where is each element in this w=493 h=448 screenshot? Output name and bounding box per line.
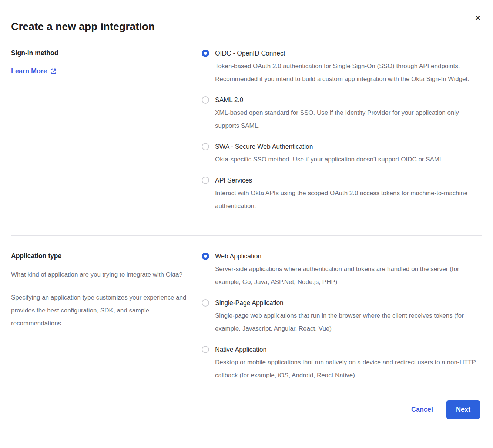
radio-option-label: Native Application — [215, 345, 480, 354]
learn-more-link[interactable]: Learn More — [11, 67, 57, 75]
cancel-button[interactable]: Cancel — [411, 406, 433, 414]
radio-option-label: SWA - Secure Web Authentication — [215, 142, 445, 151]
signin-method-option-oidc-openid-connect[interactable]: OIDC - OpenID Connect Token-based OAuth … — [202, 49, 480, 86]
learn-more-label: Learn More — [11, 67, 47, 75]
signin-method-option-api-services[interactable]: API Services Interact with Okta APIs usi… — [202, 176, 480, 213]
radio-button-icon[interactable] — [202, 253, 209, 260]
signin-method-left-column: Sign-in method Learn More — [11, 49, 191, 75]
close-icon[interactable]: × — [475, 13, 480, 22]
radio-option-label: Web Application — [215, 252, 480, 261]
application-type-options: Web Application Server-side applications… — [202, 252, 480, 382]
next-button[interactable]: Next — [446, 400, 480, 419]
section-divider — [11, 235, 482, 236]
radio-option-description: Interact with Okta APIs using the scoped… — [215, 187, 480, 213]
external-link-icon — [50, 68, 57, 74]
signin-method-section: Sign-in method Learn More OIDC - OpenID … — [11, 49, 482, 213]
page-title: Create a new app integration — [11, 0, 482, 33]
application-type-option-single-page-application[interactable]: Single-Page Application Single-page web … — [202, 298, 480, 335]
radio-option-description: Okta-specific SSO method. Use if your ap… — [215, 153, 445, 166]
radio-button-icon[interactable] — [202, 346, 209, 353]
radio-button-icon[interactable] — [202, 143, 209, 150]
application-type-option-web-application[interactable]: Web Application Server-side applications… — [202, 252, 480, 288]
application-type-left-column: Application type What kind of applicatio… — [11, 252, 191, 330]
application-type-label: Application type — [11, 252, 191, 260]
dialog-footer: Cancel Next — [11, 400, 482, 419]
radio-button-icon[interactable] — [202, 299, 209, 307]
radio-option-description: Server-side applications where authentic… — [215, 263, 480, 288]
application-type-helper-2: Specifying an application type customize… — [11, 291, 191, 330]
radio-option-description: Desktop or mobile applications that run … — [215, 356, 480, 382]
radio-option-label: OIDC - OpenID Connect — [215, 49, 480, 58]
radio-button-icon[interactable] — [202, 50, 209, 57]
signin-method-option-swa-secure-web-authentication[interactable]: SWA - Secure Web Authentication Okta-spe… — [202, 142, 480, 166]
signin-method-options: OIDC - OpenID Connect Token-based OAuth … — [202, 49, 480, 213]
create-app-integration-dialog: × Create a new app integration Sign-in m… — [0, 0, 493, 448]
radio-option-description: Token-based OAuth 2.0 authentication for… — [215, 60, 480, 86]
radio-option-description: Single-page web applications that run in… — [215, 309, 480, 335]
radio-option-label: Single-Page Application — [215, 298, 480, 307]
radio-option-description: XML-based open standard for SSO. Use if … — [215, 106, 480, 132]
application-type-option-native-application[interactable]: Native Application Desktop or mobile app… — [202, 345, 480, 382]
signin-method-option-saml-2-0[interactable]: SAML 2.0 XML-based open standard for SSO… — [202, 96, 480, 132]
radio-option-label: API Services — [215, 176, 480, 185]
radio-button-icon[interactable] — [202, 96, 209, 104]
application-type-section: Application type What kind of applicatio… — [11, 252, 482, 382]
radio-button-icon[interactable] — [202, 177, 209, 184]
radio-option-label: SAML 2.0 — [215, 96, 480, 104]
application-type-helper-1: What kind of application are you trying … — [11, 268, 191, 281]
signin-method-label: Sign-in method — [11, 49, 191, 57]
